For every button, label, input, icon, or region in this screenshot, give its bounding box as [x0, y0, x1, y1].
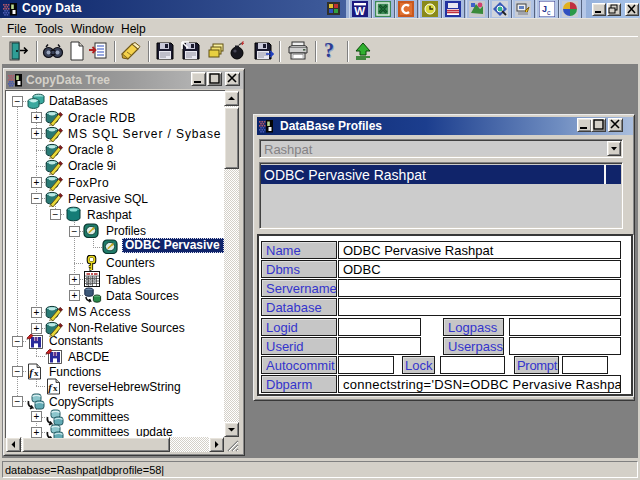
svg-text:c: c	[547, 9, 551, 16]
svg-text:x: x	[34, 368, 39, 378]
svg-text:W: W	[354, 5, 365, 17]
svg-text:?: ?	[324, 40, 334, 61]
svg-text:x: x	[53, 383, 58, 393]
